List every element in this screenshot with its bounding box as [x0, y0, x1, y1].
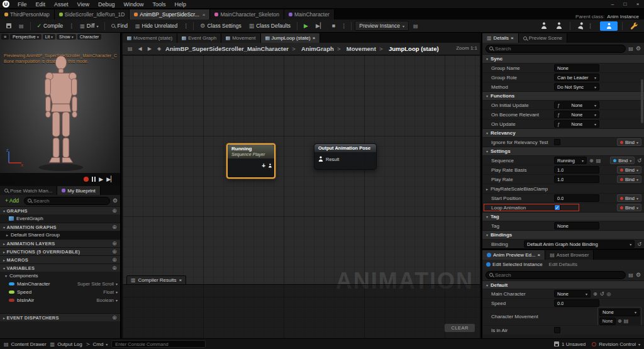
console-command-input[interactable] [111, 340, 206, 348]
skeleton-tree-button[interactable] [538, 21, 550, 31]
frame-forward-button[interactable]: ▶▏ [106, 176, 115, 182]
breadcrumb-item[interactable]: Movement [347, 45, 386, 52]
on-become-relevant-dropdown[interactable]: ƒNone▾ [554, 111, 599, 118]
clear-button[interactable]: CLEAR [445, 324, 475, 332]
tab-anim-preview-editor[interactable]: Anim Preview Ed... × [482, 250, 545, 260]
modify-button[interactable] [627, 21, 641, 31]
menu-item[interactable]: Tools [148, 0, 170, 9]
bind-button[interactable]: Bind ▾ [610, 157, 635, 164]
pose-input-pin[interactable] [318, 156, 323, 162]
graph-tab-movement[interactable]: Movement [221, 33, 260, 43]
on-initial-update-dropdown[interactable]: ƒNone▾ [554, 101, 599, 109]
graph-canvas[interactable]: Running Sequence Player + Output Animati… [123, 55, 480, 338]
bind-button[interactable]: Bind ▾ [617, 166, 641, 174]
menu-item[interactable]: Asset [50, 0, 73, 9]
tab-my-blueprint[interactable]: My Blueprint [57, 186, 100, 195]
group-role-dropdown[interactable]: Can be Leader▾ [554, 74, 599, 81]
object-thumbnail[interactable]: None [599, 318, 616, 325]
play-options-icon[interactable]: ⋮ [340, 23, 348, 29]
add-animation-graph-icon[interactable]: ⊕ [112, 224, 117, 230]
use-selected-icon[interactable]: ⊕ [618, 318, 622, 324]
breadcrumb-item[interactable]: AnimGraph [301, 45, 344, 52]
panel-toggle-icon[interactable]: ▤ [126, 46, 134, 52]
preview-instance-dropdown[interactable]: Preview Instance ▾ [355, 21, 409, 31]
section-tag[interactable]: ▾ Tag [482, 212, 644, 221]
diff-button[interactable]: ▥ Diff ▾ [77, 21, 101, 30]
doc-tab-maincharacter-skeleton[interactable]: MainCharacter_Skeleton [210, 9, 284, 19]
browse-to-asset-icon[interactable]: ▤ [596, 158, 601, 163]
binding-dropdown[interactable]: Default Anim Graph Node Binding▾ [524, 240, 635, 248]
class-settings-button[interactable]: ⚙ Class Settings [197, 21, 244, 30]
menu-item[interactable]: Help [170, 0, 191, 9]
character-preview-button[interactable] [553, 21, 565, 31]
section-animation-graphs[interactable]: ▾ ANIMATION GRAPHS ⊕ [0, 223, 120, 231]
menu-item[interactable]: Debug [94, 0, 119, 9]
close-tab-icon[interactable]: × [179, 277, 182, 283]
cmd-dropdown[interactable]: ≻ Cmd ▾ [86, 341, 108, 347]
main-character-dropdown[interactable]: None▾ [554, 290, 591, 297]
menu-item[interactable]: Edit [31, 0, 50, 9]
tab-asset-browser[interactable]: ▤ Asset Browser [545, 250, 594, 260]
parent-class-value[interactable]: Anim Instance [607, 14, 639, 19]
find-button[interactable]: Find [108, 21, 131, 30]
animation-mode-button[interactable]: ⋮ [575, 21, 597, 31]
close-tab-icon[interactable]: × [313, 35, 316, 41]
content-drawer-button[interactable]: ▤ Content Drawer [4, 341, 47, 347]
chevron-right-icon[interactable]: ▸ [486, 187, 488, 191]
method-dropdown[interactable]: Do Not Sync▾ [554, 83, 599, 91]
section-variables[interactable]: ▾ VARIABLES ⊕ [0, 263, 120, 272]
doc-tab-sidescroller-idlerun[interactable]: SideScroller_IdleRun_1D [55, 9, 130, 19]
unsaved-indicator[interactable]: 1 Unsaved [554, 341, 586, 347]
use-selected-icon[interactable]: ⊕ [593, 291, 597, 297]
close-tab-icon[interactable]: × [511, 35, 514, 41]
output-log-button[interactable]: ▥ Output Log [50, 341, 82, 347]
ignore-relevancy-checkbox[interactable] [554, 139, 560, 145]
start-position-field[interactable]: 0.0 [554, 194, 599, 202]
add-button[interactable]: + Add [3, 197, 21, 204]
gear-icon[interactable]: ⚙ [636, 45, 641, 52]
group-name-field[interactable]: None [554, 64, 599, 72]
tab-preview-scene[interactable]: Preview Scene [519, 33, 567, 43]
lit-dropdown[interactable]: Lit▾ [43, 34, 55, 40]
play-forward-button[interactable]: ▶ [99, 176, 103, 182]
section-default[interactable]: ▾ Default [482, 280, 644, 289]
display-filter-icon[interactable]: ▤ [628, 46, 633, 52]
preview-viewport[interactable]: ≡ Perspective▾ Lit▾ Show▾ Character Prev… [0, 33, 120, 186]
reset-to-default-icon[interactable]: ↺ [637, 241, 641, 247]
edit-selected-instance-option[interactable]: Edit Selected Instance [486, 262, 543, 267]
search-input[interactable] [495, 46, 622, 52]
on-update-dropdown[interactable]: ƒNone▾ [554, 120, 599, 128]
close-tab-icon[interactable]: × [538, 252, 541, 258]
variable-row[interactable]: bIsInAir Boolean▾ [0, 296, 120, 304]
my-blueprint-search[interactable] [24, 197, 110, 205]
section-functions[interactable]: ▾ Functions [482, 91, 644, 100]
section-event-dispatchers[interactable]: ▸ EVENT DISPATCHERS ⊕ [0, 313, 120, 321]
compiler-results-tab[interactable]: ▥ Compiler Results × [126, 275, 186, 284]
add-animation-layer-icon[interactable]: ⊕ [112, 240, 117, 247]
node-sequence-player-running[interactable]: Running Sequence Player + [226, 143, 275, 179]
breadcrumb-item[interactable]: AnimBP_SuperSideScroller_MainCharacter [165, 45, 299, 52]
tree-item-eventgraph[interactable]: EventGraph [0, 214, 120, 223]
frame-step-button[interactable]: ▶▏ [313, 21, 328, 30]
add-function-icon[interactable]: ⊕ [112, 248, 117, 255]
menu-item[interactable]: Window [119, 0, 148, 9]
pose-output-pin[interactable] [268, 163, 272, 168]
active-mode-button[interactable] [600, 21, 618, 31]
close-button[interactable]: × [631, 0, 644, 9]
compile-button[interactable]: ✓ Compile [34, 21, 67, 30]
unreal-logo-icon[interactable]: U [3, 1, 9, 8]
viewport-options-button[interactable]: ≡ [1, 34, 9, 40]
gear-icon[interactable]: ⚙ [113, 197, 118, 204]
bind-button[interactable]: Bind ▾ [617, 138, 641, 146]
tag-field[interactable]: None [554, 222, 599, 230]
character-movement-dropdown[interactable]: None▾ [599, 309, 640, 316]
details-scrollbar[interactable] [641, 79, 643, 123]
speed-field[interactable]: 0.0 [554, 299, 599, 307]
compile-options-icon[interactable]: ⋮ [67, 23, 75, 29]
browse-icon[interactable]: ▤ [624, 318, 629, 324]
bind-button[interactable]: Bind ▾ [617, 175, 641, 183]
hide-unrelated-button[interactable]: ▥ Hide Unrelated [132, 21, 180, 30]
section-bindings[interactable]: ▾ Bindings [482, 230, 644, 239]
graph-tab-jumploop-state[interactable]: JumpLoop (state) × [261, 33, 321, 43]
edit-defaults-option[interactable]: Edit Defaults [549, 262, 577, 267]
